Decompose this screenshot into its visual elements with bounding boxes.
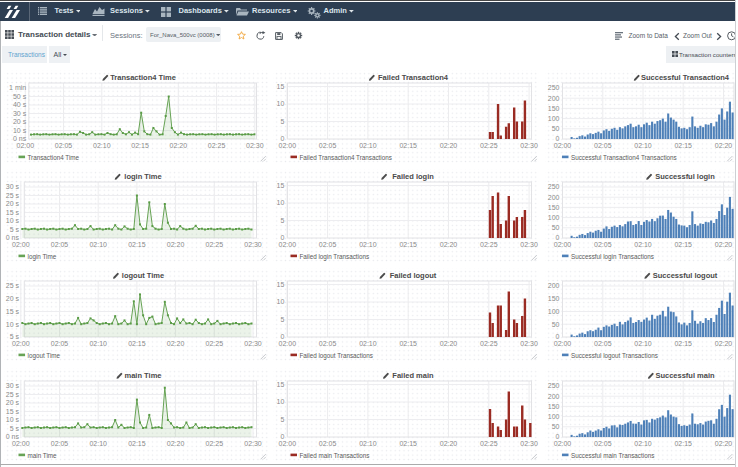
svg-text:02:20: 02:20: [715, 440, 733, 447]
svg-text:Failed logout Transactions: Failed logout Transactions: [300, 352, 374, 360]
svg-text:02:30: 02:30: [244, 241, 262, 248]
svg-text:02:20: 02:20: [166, 440, 184, 447]
svg-text:15: 15: [277, 82, 285, 89]
svg-text:02:05: 02:05: [594, 142, 612, 149]
svg-text:02:05: 02:05: [54, 142, 72, 149]
svg-text:02:00: 02:00: [12, 241, 30, 248]
svg-text:02:20: 02:20: [715, 142, 733, 149]
svg-text:10: 10: [277, 299, 285, 306]
svg-text:02:10: 02:10: [359, 241, 377, 248]
svg-text:Successful login: Successful login: [655, 172, 715, 181]
svg-text:5: 5: [280, 217, 284, 224]
svg-text:02:00: 02:00: [554, 440, 572, 447]
svg-text:150: 150: [548, 104, 560, 111]
svg-text:Successful logout: Successful logout: [653, 271, 718, 280]
svg-text:15: 15: [277, 381, 285, 388]
svg-text:30 s: 30 s: [5, 382, 19, 389]
svg-text:Successful logout Transactions: Successful logout Transactions: [571, 352, 658, 360]
svg-text:02:20: 02:20: [440, 241, 458, 248]
svg-text:20 s: 20 s: [5, 399, 19, 406]
svg-text:250: 250: [548, 382, 560, 389]
svg-text:logout Time: logout Time: [27, 352, 60, 360]
svg-text:Failed main: Failed main: [392, 371, 434, 380]
svg-text:50: 50: [552, 125, 560, 132]
svg-text:Successful main Transactions: Successful main Transactions: [571, 451, 654, 458]
svg-text:02:05: 02:05: [594, 341, 612, 348]
svg-text:Successful Transaction4: Successful Transaction4: [641, 73, 730, 82]
svg-text:150: 150: [548, 295, 560, 302]
svg-text:02:15: 02:15: [674, 241, 692, 248]
svg-text:02:00: 02:00: [16, 142, 34, 149]
svg-text:02:00: 02:00: [12, 440, 30, 447]
svg-text:Transaction4 Time: Transaction4 Time: [110, 73, 176, 82]
svg-text:100: 100: [548, 413, 560, 420]
svg-text:30 s: 30 s: [12, 109, 26, 116]
svg-text:Failed main Transactions: Failed main Transactions: [300, 451, 370, 458]
svg-text:5: 5: [280, 316, 284, 323]
svg-text:02:10: 02:10: [634, 440, 652, 447]
svg-text:02:20: 02:20: [169, 142, 187, 149]
svg-text:02:10: 02:10: [89, 341, 107, 348]
svg-text:02:15: 02:15: [674, 440, 692, 447]
svg-text:02:30: 02:30: [520, 142, 538, 149]
svg-text:15: 15: [277, 182, 285, 189]
svg-text:150: 150: [548, 204, 560, 211]
svg-text:100: 100: [548, 214, 560, 221]
svg-text:02:15: 02:15: [128, 341, 146, 348]
svg-text:02:30: 02:30: [520, 241, 538, 248]
svg-text:10 s: 10 s: [5, 416, 19, 423]
svg-text:02:25: 02:25: [480, 142, 498, 149]
svg-text:02:15: 02:15: [674, 142, 692, 149]
svg-text:02:15: 02:15: [128, 241, 146, 248]
svg-text:02:05: 02:05: [319, 440, 337, 447]
svg-text:5: 5: [280, 416, 284, 423]
svg-text:02:05: 02:05: [50, 341, 68, 348]
svg-text:02:20: 02:20: [440, 341, 458, 348]
svg-text:50: 50: [552, 224, 560, 231]
svg-text:02:05: 02:05: [50, 241, 68, 248]
svg-text:02:15: 02:15: [399, 341, 417, 348]
svg-text:02:25: 02:25: [207, 142, 225, 149]
svg-text:Failed Transaction4: Failed Transaction4: [378, 73, 449, 82]
svg-text:10 s: 10 s: [5, 321, 19, 328]
svg-text:15 s: 15 s: [5, 209, 19, 216]
svg-text:02:20: 02:20: [440, 440, 458, 447]
svg-text:Transaction4 Time: Transaction4 Time: [27, 153, 79, 160]
svg-text:100: 100: [548, 115, 560, 122]
svg-text:02:30: 02:30: [244, 440, 262, 447]
svg-text:25 s: 25 s: [5, 192, 19, 199]
svg-text:15 s: 15 s: [5, 308, 19, 315]
svg-text:02:30: 02:30: [246, 142, 264, 149]
svg-text:Failed logout: Failed logout: [390, 271, 437, 280]
svg-text:main Time: main Time: [124, 371, 161, 380]
svg-text:02:30: 02:30: [520, 341, 538, 348]
svg-text:1 min: 1 min: [9, 84, 26, 91]
svg-text:100: 100: [548, 308, 560, 315]
svg-text:20 s: 20 s: [12, 118, 26, 125]
svg-text:02:20: 02:20: [715, 341, 733, 348]
svg-text:login Time: login Time: [124, 172, 161, 181]
svg-text:200: 200: [548, 283, 560, 290]
svg-text:Successful main: Successful main: [655, 371, 715, 380]
svg-text:02:00: 02:00: [279, 440, 297, 447]
svg-text:250: 250: [548, 183, 560, 190]
svg-text:02:10: 02:10: [359, 142, 377, 149]
svg-text:200: 200: [548, 94, 560, 101]
svg-text:02:15: 02:15: [131, 142, 149, 149]
svg-text:main Time: main Time: [27, 451, 57, 458]
svg-text:25 s: 25 s: [5, 283, 19, 290]
svg-text:200: 200: [548, 392, 560, 399]
svg-text:02:15: 02:15: [674, 341, 692, 348]
svg-text:Successful login Transactions: Successful login Transactions: [571, 252, 654, 260]
svg-text:5 s: 5 s: [9, 425, 19, 432]
svg-text:50: 50: [552, 423, 560, 430]
svg-text:02:15: 02:15: [128, 440, 146, 447]
svg-text:10 s: 10 s: [12, 126, 26, 133]
svg-text:02:00: 02:00: [554, 241, 572, 248]
svg-text:5 s: 5 s: [9, 226, 19, 233]
svg-text:40 s: 40 s: [12, 101, 26, 108]
svg-text:15: 15: [277, 281, 285, 288]
svg-text:02:15: 02:15: [399, 241, 417, 248]
svg-text:Failed login Transactions: Failed login Transactions: [300, 252, 370, 260]
svg-text:02:00: 02:00: [554, 142, 572, 149]
